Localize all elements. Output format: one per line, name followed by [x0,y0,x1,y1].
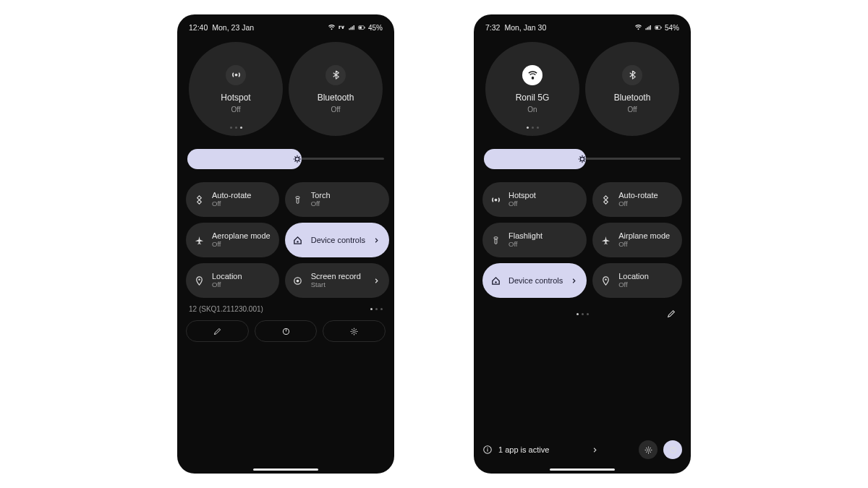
page-dot [380,308,383,310]
location-icon [193,275,205,286]
torch-icon [490,234,501,246]
tile-sub: Off [212,200,271,208]
settings-button[interactable] [323,320,386,342]
big-tile-label: Hotspot [221,93,250,103]
status-bar: 12:40 Mon, 23 Jan 45% [186,22,386,38]
hotspot-icon [226,65,246,85]
big-tile-sub: Off [627,106,637,114]
chevron-right-icon [373,236,380,244]
tile-grid: Hotspot Off Auto-rotate Off Flashlight O… [482,182,682,298]
brightness-icon [577,154,587,164]
phone-left-quicksettings: 12:40 Mon, 23 Jan 45% Hotspot Off Blueto… [177,14,394,474]
battery-icon [358,24,366,32]
tile-label: Torch [311,191,380,200]
big-tile-sub: Off [231,106,240,114]
brightness-slider[interactable] [484,149,681,169]
battery-pct: 54% [665,24,679,32]
big-tile-label: Ronil 5G [516,93,550,103]
tile-label: Device controls [509,276,563,286]
chevron-right-icon [373,277,380,285]
page-dots [370,308,383,310]
page-dot [582,313,584,315]
settings-button[interactable] [639,440,658,459]
hotspot-big-tile[interactable]: Hotspot Off [189,42,283,136]
flashlight-tile[interactable]: Flashlight Off [482,223,587,257]
torch-tile[interactable]: Torch Off [285,182,389,217]
tile-label: Device controls [311,236,365,245]
tile-label: Location [618,272,673,281]
chevron-right-icon [570,277,578,285]
tile-label: Flashlight [509,231,578,241]
page-dot [370,308,373,310]
auto-rotate-tile[interactable]: Auto-rotate Off [592,182,682,217]
hotspot-icon [490,194,501,205]
tile-label: Auto-rotate [618,191,673,200]
tile-label: Auto-rotate [212,191,271,200]
tile-sub: Off [618,281,673,289]
bluetooth-big-tile[interactable]: Bluetooth Off [585,42,679,136]
home-icon [292,234,304,246]
big-tile-label: Bluetooth [614,93,651,103]
page-dot [576,313,579,315]
edit-button[interactable] [186,320,249,342]
location-tile[interactable]: Location Off [186,263,279,298]
page-dot [375,308,378,310]
tile-label: Airplane mode [618,231,673,241]
battery-icon [655,24,663,32]
device-controls-tile[interactable]: Device controls [285,223,389,257]
signal-icon [348,24,356,32]
status-date: Mon, 23 Jan [212,23,254,32]
tile-sub: Start [311,281,365,289]
nav-handle[interactable] [253,468,318,471]
tile-label: Aeroplane mode [212,231,271,241]
tile-sub: Off [618,200,673,208]
airplane-mode-tile[interactable]: Airplane mode Off [592,223,682,257]
wifi-icon [634,24,642,32]
build-text: 12 (SKQ1.211230.001) [189,305,263,313]
record-icon [292,275,304,286]
power-button[interactable] [663,440,682,459]
info-icon [482,445,493,455]
location-tile[interactable]: Location Off [592,263,682,298]
nav-handle[interactable] [550,468,615,471]
big-tile-row: Ronil 5G On Bluetooth Off [482,42,682,136]
volte-icon [338,24,346,32]
active-apps-row[interactable]: 1 app is active [482,445,599,455]
location-icon [600,275,611,286]
tile-sub: Off [509,200,578,208]
tile-label: Screen record [311,272,365,281]
bluetooth-big-tile[interactable]: Bluetooth Off [289,42,383,136]
rotate-icon [193,194,205,205]
wifi-icon [522,65,542,85]
tile-grid: Auto-rotate Off Torch Off Aeroplane mode… [186,182,386,298]
aeroplane-mode-tile[interactable]: Aeroplane mode Off [186,223,279,257]
tile-sub: Off [618,241,673,249]
brightness-slider[interactable] [187,149,384,169]
auto-rotate-tile[interactable]: Auto-rotate Off [186,182,279,217]
screen-record-tile[interactable]: Screen record Start [285,263,389,298]
status-bar: 7:32 Mon, Jan 30 54% [482,22,682,38]
chevron-right-icon [591,446,599,454]
signal-icon [644,24,652,32]
wifi-icon [328,24,336,32]
device-controls-tile[interactable]: Device controls [482,263,587,298]
tile-sub: Off [311,200,380,208]
power-button[interactable] [255,320,318,342]
tile-sub: Off [509,241,578,249]
hotspot-tile[interactable]: Hotspot Off [482,182,587,217]
big-tile-sub: Off [331,106,340,114]
tile-sub: Off [212,241,271,249]
edit-button[interactable] [666,309,676,319]
big-tile-sub: On [527,106,537,114]
wifi-big-tile[interactable]: Ronil 5G On [485,42,579,136]
status-date: Mon, Jan 30 [504,23,546,32]
big-tile-label: Bluetooth [318,93,354,103]
tile-sub: Off [212,281,271,289]
status-time: 7:32 [485,23,500,32]
battery-pct: 45% [368,24,383,32]
phone-right-quicksettings: 7:32 Mon, Jan 30 54% Ronil 5G On Bluetoo… [474,14,691,474]
active-apps-text: 1 app is active [498,445,549,454]
bluetooth-icon [326,65,346,85]
slider-fill [187,149,302,169]
torch-icon [292,194,304,205]
